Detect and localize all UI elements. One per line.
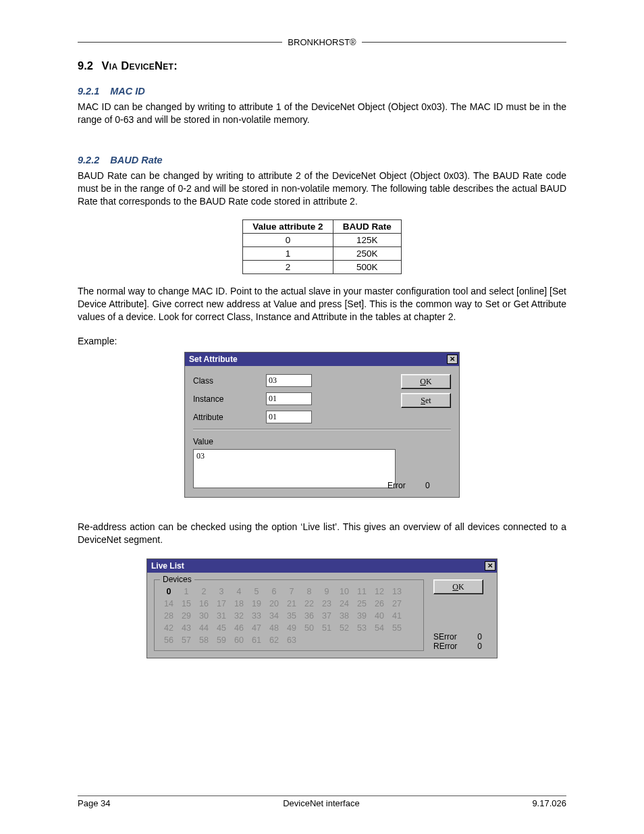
device-cell[interactable]: 55 — [388, 623, 406, 633]
device-cell[interactable]: 50 — [300, 623, 318, 633]
brand-name: BRONKHORST® — [282, 37, 361, 47]
device-cell[interactable]: 40 — [371, 611, 388, 621]
device-cell[interactable]: 10 — [336, 587, 353, 596]
close-icon[interactable]: ✕ — [485, 561, 495, 571]
live-list-dialog: Live List ✕ Devices 01234567891011121314… — [146, 558, 498, 658]
device-cell[interactable]: 26 — [371, 599, 388, 608]
body-paragraph: The normal way to change MAC ID. Point t… — [78, 285, 566, 323]
device-cell[interactable]: 61 — [248, 635, 265, 645]
device-cell[interactable]: 44 — [195, 623, 213, 633]
device-cell[interactable]: 49 — [283, 623, 300, 633]
error-label: Error — [387, 481, 413, 490]
device-cell[interactable]: 38 — [336, 611, 353, 621]
device-cell[interactable]: 52 — [336, 623, 353, 633]
subsection-heading-mac-id: 9.2.1 MAC ID — [78, 86, 566, 97]
subsection-number: 9.2.2 — [78, 155, 99, 165]
class-input[interactable] — [266, 374, 312, 387]
device-cell[interactable]: 42 — [160, 623, 178, 633]
set-button[interactable]: Set — [401, 393, 451, 408]
device-cell[interactable]: 53 — [353, 623, 371, 633]
device-cell[interactable]: 6 — [265, 587, 283, 596]
table-header-cell: BAUD Rate — [333, 220, 401, 234]
device-cell[interactable]: 22 — [300, 599, 318, 608]
device-cell[interactable]: 37 — [318, 611, 336, 621]
device-cell[interactable]: 45 — [213, 623, 230, 633]
ok-button[interactable]: OK — [401, 374, 451, 389]
device-cell[interactable]: 5 — [248, 587, 265, 596]
device-cell[interactable]: 59 — [213, 635, 230, 645]
device-cell[interactable]: 1 — [178, 587, 195, 596]
device-cell[interactable]: 33 — [248, 611, 265, 621]
baud-rate-table: Value attribute 2 BAUD Rate 0 125K 1 250… — [242, 219, 401, 274]
device-cell[interactable]: 23 — [318, 599, 336, 608]
device-cell[interactable]: 9 — [318, 587, 336, 596]
dialog-titlebar[interactable]: Live List ✕ — [147, 559, 497, 573]
device-cell[interactable]: 57 — [178, 635, 195, 645]
device-cell[interactable]: 25 — [353, 599, 371, 608]
device-cell[interactable]: 2 — [195, 587, 213, 596]
error-value: 0 — [425, 481, 439, 490]
device-cell[interactable]: 27 — [388, 599, 406, 608]
device-cell[interactable]: 51 — [318, 623, 336, 633]
device-cell[interactable]: 3 — [213, 587, 230, 596]
rerror-value: 0 — [477, 642, 482, 651]
device-cell[interactable]: 18 — [230, 599, 248, 608]
attribute-label: Attribute — [193, 413, 266, 422]
device-cell[interactable]: 17 — [213, 599, 230, 608]
device-cell[interactable]: 12 — [371, 587, 388, 596]
device-cell[interactable]: 0 — [160, 587, 178, 596]
device-cell[interactable]: 48 — [265, 623, 283, 633]
device-cell[interactable]: 46 — [230, 623, 248, 633]
device-cell[interactable]: 31 — [213, 611, 230, 621]
device-cell[interactable]: 20 — [265, 599, 283, 608]
table-cell: 1 — [243, 247, 333, 261]
device-cell[interactable]: 35 — [283, 611, 300, 621]
device-cell[interactable]: 56 — [160, 635, 178, 645]
table-header-row: Value attribute 2 BAUD Rate — [243, 220, 401, 234]
instance-input[interactable] — [266, 392, 312, 405]
devices-groupbox: Devices 01234567891011121314151617181920… — [154, 579, 424, 651]
device-cell[interactable]: 60 — [230, 635, 248, 645]
rerror-label: RError — [433, 642, 457, 651]
subsection-number: 9.2.1 — [78, 86, 99, 97]
device-cell[interactable]: 30 — [195, 611, 213, 621]
devices-grid: 0123456789101112131415161718192021222324… — [160, 587, 418, 645]
value-label: Value — [193, 437, 451, 446]
device-cell[interactable]: 19 — [248, 599, 265, 608]
device-cell[interactable]: 14 — [160, 599, 178, 608]
device-cell[interactable]: 36 — [300, 611, 318, 621]
device-cell[interactable]: 13 — [388, 587, 406, 596]
device-cell[interactable]: 62 — [265, 635, 283, 645]
error-mini: SError0 RError0 — [433, 632, 490, 651]
device-cell[interactable]: 29 — [178, 611, 195, 621]
attribute-input[interactable] — [266, 411, 312, 423]
device-cell[interactable]: 28 — [160, 611, 178, 621]
device-cell[interactable]: 39 — [353, 611, 371, 621]
device-cell[interactable]: 41 — [388, 611, 406, 621]
device-cell[interactable]: 63 — [283, 635, 300, 645]
device-cell[interactable]: 4 — [230, 587, 248, 596]
table-row: 2 500K — [243, 261, 401, 274]
ok-button[interactable]: OK — [433, 579, 483, 594]
footer-page: Page 34 — [78, 798, 110, 808]
device-cell[interactable]: 21 — [283, 599, 300, 608]
device-cell[interactable]: 16 — [195, 599, 213, 608]
device-cell[interactable]: 24 — [336, 599, 353, 608]
set-attribute-dialog: Set Attribute ✕ OK Set Class Instance At… — [184, 352, 460, 498]
device-cell[interactable]: 11 — [353, 587, 371, 596]
value-input[interactable]: 03 — [193, 449, 396, 488]
device-cell[interactable]: 58 — [195, 635, 213, 645]
device-cell[interactable]: 15 — [178, 599, 195, 608]
dialog-titlebar[interactable]: Set Attribute ✕ — [185, 353, 459, 366]
body-paragraph: MAC ID can be changed by writing to attr… — [78, 101, 566, 126]
device-cell[interactable]: 8 — [300, 587, 318, 596]
device-cell[interactable]: 54 — [371, 623, 388, 633]
device-cell[interactable]: 43 — [178, 623, 195, 633]
dialog-title: Live List — [151, 561, 184, 571]
device-cell[interactable]: 47 — [248, 623, 265, 633]
device-cell[interactable]: 32 — [230, 611, 248, 621]
device-cell[interactable]: 7 — [283, 587, 300, 596]
close-icon[interactable]: ✕ — [447, 355, 458, 364]
page-footer: Page 34 DeviceNet interface 9.17.026 — [78, 796, 566, 808]
device-cell[interactable]: 34 — [265, 611, 283, 621]
